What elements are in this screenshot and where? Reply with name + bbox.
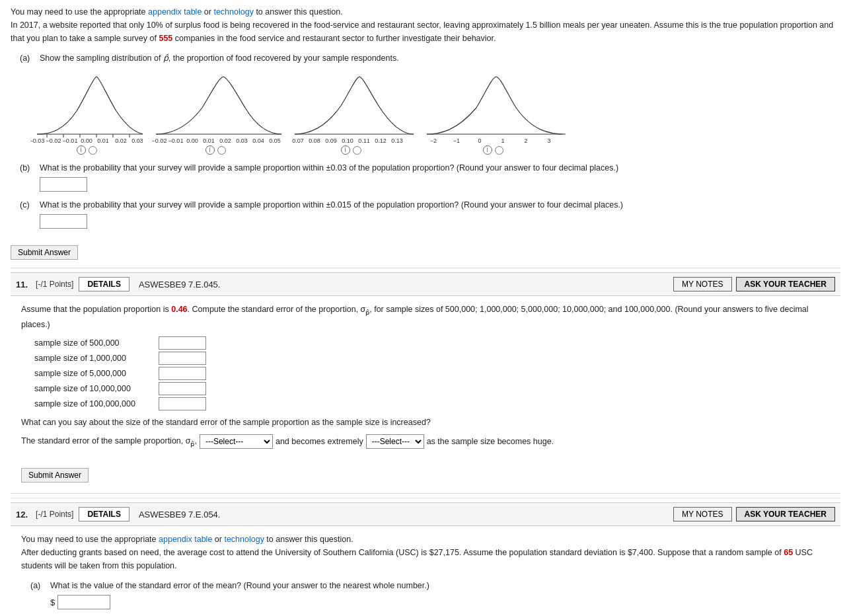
svg-text:0.03: 0.03 bbox=[131, 137, 143, 144]
s12-part-a-input[interactable] bbox=[57, 595, 110, 609]
svg-text:0.03: 0.03 bbox=[236, 137, 248, 144]
svg-text:−0.01: −0.01 bbox=[168, 137, 184, 144]
curve-2: −0.02 −0.01 0.00 0.01 0.02 0.03 0.04 0.0… bbox=[149, 71, 281, 155]
section-12-technology-link[interactable]: technology bbox=[224, 535, 264, 544]
dropdown-text-mid: and becomes extremely bbox=[276, 437, 363, 446]
section-11-content: Assume that the population proportion is… bbox=[11, 296, 840, 494]
part-b-row: (b) What is the probability that your su… bbox=[20, 161, 840, 174]
curve-3-radio[interactable] bbox=[353, 146, 361, 155]
problem-statement: In 2017, a website reported that only 10… bbox=[11, 20, 833, 43]
dropdown-text-after: as the sample size becomes huge. bbox=[427, 437, 554, 446]
curve-1: −0.03 −0.02 −0.01 0.00 0.01 0.02 0.03 p̂… bbox=[30, 71, 143, 155]
bell-curve-2: −0.02 −0.01 0.00 0.01 0.02 0.03 0.04 0.0… bbox=[149, 71, 281, 144]
sample-row-500k: sample size of 500,000 bbox=[34, 336, 830, 350]
technology-link[interactable]: technology bbox=[213, 7, 253, 17]
sample-input-1m[interactable] bbox=[159, 352, 206, 365]
curve-2-info-icon[interactable]: i bbox=[205, 145, 215, 155]
dropdown-select-2[interactable]: ---Select--- large small bbox=[366, 434, 424, 449]
section-12-points: [-/1 Points] bbox=[36, 510, 73, 519]
s12-part-a-text: What is the value of the standard error … bbox=[50, 579, 830, 592]
curve-1-radio[interactable] bbox=[89, 146, 97, 155]
dropdown-text-before: The standard error of the sample proport… bbox=[21, 436, 197, 447]
section-11-code: ASWESBE9 7.E.045. bbox=[139, 280, 221, 289]
section-12-details-btn[interactable]: DETAILS bbox=[79, 507, 129, 521]
sample-row-5m: sample size of 5,000,000 bbox=[34, 367, 830, 380]
svg-text:1: 1 bbox=[501, 137, 504, 144]
dollar-sign-a: $ bbox=[50, 597, 55, 607]
curve-1-info-icon[interactable]: i bbox=[77, 145, 86, 155]
svg-text:0.08: 0.08 bbox=[309, 137, 320, 144]
section-12-intro: You may need to use the appropriate appe… bbox=[21, 533, 830, 572]
sample-input-5m[interactable] bbox=[159, 367, 206, 380]
s12-part-a-dollar-row: $ bbox=[50, 595, 830, 609]
dropdown-row: The standard error of the sample proport… bbox=[21, 434, 830, 449]
section-11-header: 11. [-/1 Points] DETAILS ASWESBE9 7.E.04… bbox=[11, 272, 840, 296]
section-12-header-right: MY NOTES ASK YOUR TEACHER bbox=[673, 507, 835, 521]
svg-text:3: 3 bbox=[547, 137, 550, 144]
curve-4-info-icon[interactable]: i bbox=[483, 145, 492, 155]
section-11-question: What can you say about the size of the s… bbox=[21, 416, 830, 429]
curve-4-radio[interactable] bbox=[495, 146, 503, 155]
svg-text:−2: −2 bbox=[430, 137, 437, 144]
svg-text:−0.02: −0.02 bbox=[46, 137, 61, 144]
dropdown-select-1[interactable]: ---Select--- increases decreases stays t… bbox=[200, 434, 273, 449]
sample-label-100m: sample size of 100,000,000 bbox=[34, 399, 153, 408]
appendix-table-link[interactable]: appendix table bbox=[148, 7, 202, 17]
s12-part-a-label: (a) bbox=[30, 579, 50, 592]
part-a-row: (a) Show the sampling distribution of p̂… bbox=[20, 52, 840, 65]
section-11-points: [-/1 Points] bbox=[36, 280, 73, 289]
curve-4: −2 −1 0 1 2 3 p̂ i bbox=[420, 71, 566, 155]
svg-text:0.11: 0.11 bbox=[358, 137, 370, 144]
part-b-text: What is the probability that your survey… bbox=[40, 161, 840, 174]
section-12-header: 12. [-/1 Points] DETAILS ASWESBE9 7.E.05… bbox=[11, 502, 840, 526]
curves-row: −0.03 −0.02 −0.01 0.00 0.01 0.02 0.03 p̂… bbox=[30, 71, 840, 155]
bell-curve-1: −0.03 −0.02 −0.01 0.00 0.01 0.02 0.03 p̂ bbox=[30, 71, 143, 144]
sample-row-100m: sample size of 100,000,000 bbox=[34, 397, 830, 410]
sample-input-100m[interactable] bbox=[159, 397, 206, 410]
sample-label-500k: sample size of 500,000 bbox=[34, 338, 153, 348]
curve-3-info-icon[interactable]: i bbox=[341, 145, 350, 155]
section-11-details-btn[interactable]: DETAILS bbox=[79, 277, 129, 291]
section-12-content: You may need to use the appropriate appe… bbox=[11, 526, 840, 616]
section-12-appendix-link[interactable]: appendix table bbox=[159, 535, 212, 544]
sample-label-10m: sample size of 10,000,000 bbox=[34, 384, 153, 393]
svg-text:0.05: 0.05 bbox=[269, 137, 281, 144]
svg-text:0.12: 0.12 bbox=[375, 137, 387, 144]
svg-text:−1: −1 bbox=[453, 137, 460, 144]
svg-text:2: 2 bbox=[524, 137, 527, 144]
svg-text:0.02: 0.02 bbox=[219, 137, 231, 144]
bell-curve-4: −2 −1 0 1 2 3 p̂ bbox=[420, 71, 566, 144]
svg-text:−0.02: −0.02 bbox=[152, 137, 167, 144]
intro-line1: You may need to use the appropriate bbox=[11, 7, 148, 17]
section-11-my-notes-btn[interactable]: MY NOTES bbox=[673, 277, 731, 291]
sample-row-10m: sample size of 10,000,000 bbox=[34, 382, 830, 395]
part-c-label: (c) bbox=[20, 198, 40, 212]
submit-answer-btn-2[interactable]: Submit Answer bbox=[21, 468, 89, 482]
curve-4-radio-row: i bbox=[483, 145, 503, 155]
submit-answer-btn-1[interactable]: Submit Answer bbox=[11, 245, 78, 260]
svg-text:0.07: 0.07 bbox=[292, 137, 304, 144]
part-c-input[interactable] bbox=[40, 214, 87, 229]
section-11-ask-teacher-btn[interactable]: ASK YOUR TEACHER bbox=[736, 277, 835, 291]
svg-text:0.00: 0.00 bbox=[81, 137, 92, 144]
svg-text:−0.01: −0.01 bbox=[63, 137, 78, 144]
intro-section: You may need to use the appropriate appe… bbox=[11, 5, 840, 45]
sample-input-10m[interactable] bbox=[159, 382, 206, 395]
sample-label-1m: sample size of 1,000,000 bbox=[34, 354, 153, 363]
part-c-text: What is the probability that your survey… bbox=[40, 198, 840, 212]
svg-text:0.01: 0.01 bbox=[203, 137, 215, 144]
section-12-ask-teacher-btn[interactable]: ASK YOUR TEACHER bbox=[736, 507, 835, 521]
sample-input-500k[interactable] bbox=[159, 336, 206, 350]
part-b-input[interactable] bbox=[40, 177, 87, 192]
svg-text:0.04: 0.04 bbox=[252, 137, 264, 144]
part-b-label: (b) bbox=[20, 161, 40, 174]
section-12-my-notes-btn[interactable]: MY NOTES bbox=[673, 507, 731, 521]
s12-part-a-row: (a) What is the value of the standard er… bbox=[30, 579, 830, 592]
bell-curve-3: 0.07 0.08 0.09 0.10 0.11 0.12 0.13 p̂ bbox=[288, 71, 414, 144]
curve-2-radio-row: i bbox=[205, 145, 226, 155]
curve-3: 0.07 0.08 0.09 0.10 0.11 0.12 0.13 p̂ i bbox=[288, 71, 414, 155]
svg-text:0.13: 0.13 bbox=[391, 137, 403, 144]
section-12-number: 12. bbox=[16, 510, 28, 520]
curve-2-radio[interactable] bbox=[217, 146, 226, 155]
section-11-intro: Assume that the population proportion is… bbox=[21, 303, 830, 331]
